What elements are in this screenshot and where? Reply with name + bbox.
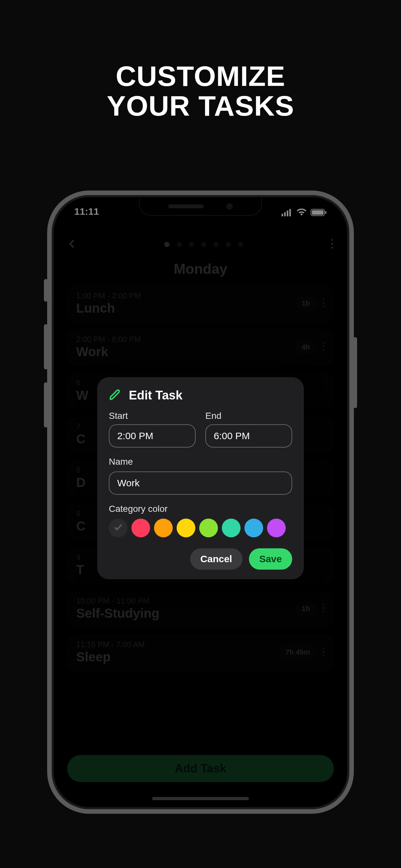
color-swatch[interactable] <box>244 519 263 537</box>
power-button <box>353 337 357 408</box>
mute-switch <box>44 279 48 302</box>
cancel-button[interactable]: Cancel <box>190 548 243 569</box>
save-button[interactable]: Save <box>249 548 292 569</box>
pencil-icon <box>109 388 122 402</box>
start-time-input[interactable]: 2:00 PM <box>109 424 196 447</box>
color-swatch[interactable] <box>267 519 286 537</box>
end-time-input[interactable]: 6:00 PM <box>205 424 292 447</box>
color-swatch[interactable] <box>154 519 173 537</box>
promo-title: CUSTOMIZE YOUR TASKS <box>0 61 401 121</box>
volume-down-button <box>44 382 48 428</box>
color-swatch[interactable] <box>177 519 195 537</box>
volume-up-button <box>44 324 48 369</box>
end-time-value: 6:00 PM <box>214 430 250 441</box>
start-label: Start <box>109 411 196 421</box>
save-label: Save <box>259 554 282 564</box>
color-swatches <box>109 519 292 537</box>
check-icon <box>114 523 123 533</box>
color-swatch[interactable] <box>222 519 241 537</box>
cancel-label: Cancel <box>201 554 232 564</box>
end-label: End <box>205 411 292 421</box>
edit-task-modal: Edit Task Start 2:00 PM End 6:00 PM Name <box>97 377 304 579</box>
color-swatch-none[interactable] <box>109 519 127 537</box>
name-label: Name <box>109 457 292 467</box>
promo-line1: CUSTOMIZE <box>0 61 401 91</box>
color-swatch[interactable] <box>131 519 150 537</box>
color-swatch[interactable] <box>199 519 218 537</box>
promo-line2: YOUR TASKS <box>0 91 401 121</box>
screen: 11:11 <box>54 197 347 807</box>
name-value: Work <box>117 477 140 489</box>
phone-frame: 11:11 <box>47 190 354 814</box>
modal-title: Edit Task <box>129 389 182 402</box>
category-color-label: Category color <box>109 504 292 514</box>
start-time-value: 2:00 PM <box>117 430 153 441</box>
name-input[interactable]: Work <box>109 471 292 495</box>
